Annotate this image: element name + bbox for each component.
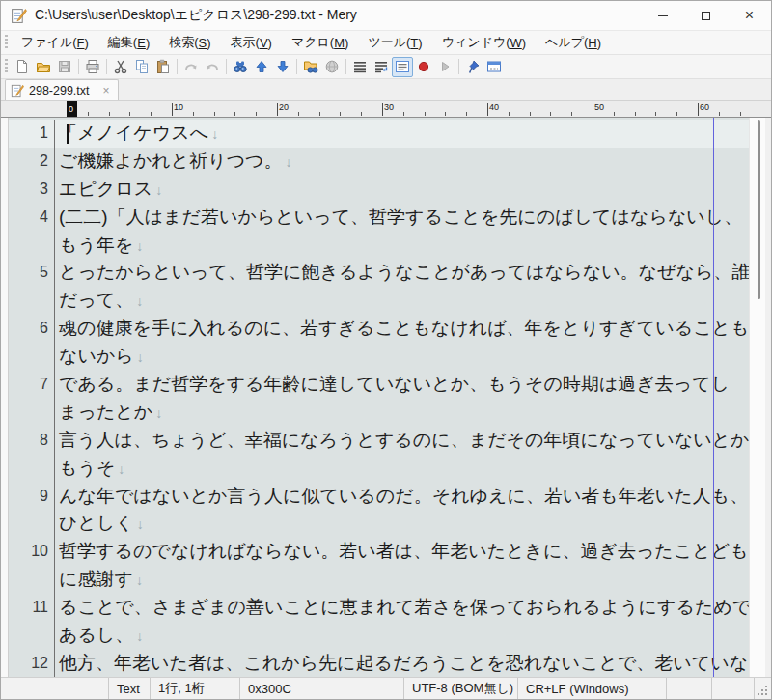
scrollbar-thumb[interactable] xyxy=(758,120,760,299)
toolbar-separator xyxy=(458,59,459,74)
status-line-ending: CR+LF (Windows) xyxy=(518,678,667,699)
menu-item[interactable]: ツール(T) xyxy=(358,31,431,54)
linebreak-mark: ↓ xyxy=(286,154,292,170)
selection-margin xyxy=(1,118,9,677)
print-button[interactable] xyxy=(82,57,103,77)
editor-row[interactable]: まったとか↓ xyxy=(1,399,749,427)
menu-item[interactable]: ウィンドウ(W) xyxy=(432,31,536,54)
line-text: 「メノイケウスへ xyxy=(59,123,208,143)
status-char-code: 0x300C xyxy=(240,678,404,699)
linebreak-mark: ↓ xyxy=(136,294,143,309)
tab-close-icon[interactable]: × xyxy=(103,85,110,97)
undo-icon xyxy=(183,59,199,74)
open-file-button[interactable] xyxy=(33,57,54,77)
editor-row[interactable]: 4 (二二)「人はまだ若いからといって、哲学することを先にのばしてはならないし、 xyxy=(1,204,749,232)
find-next-button[interactable] xyxy=(272,57,293,77)
menu-item[interactable]: マクロ(M) xyxy=(282,31,358,54)
resize-grip[interactable] xyxy=(755,678,771,699)
editor-row[interactable]: 11 ることで、さまざまの善いことに恵まれて若さを保っておられるようにするためで xyxy=(1,594,749,622)
editor-row[interactable]: 12 他方、年老いた者は、これから先に起るだろうことを恐れないことで、老いていな xyxy=(1,650,749,677)
editor-row[interactable]: 1 「メノイケウスへ↓ xyxy=(1,120,749,148)
editor-row[interactable]: もうそ↓ xyxy=(1,455,749,483)
editor-row[interactable]: 8 言う人は、ちょうど、幸福になろうとするのに、まだその年頃になっていないとか、 xyxy=(1,427,749,455)
menu-item[interactable]: 表示(V) xyxy=(221,31,282,54)
wrap-by-window-icon xyxy=(373,59,389,74)
line-number: 3 xyxy=(1,176,55,204)
editor-row[interactable]: 2 ご機嫌よかれと祈りつつ。↓ xyxy=(1,148,749,176)
copy-icon xyxy=(134,59,150,74)
line-number xyxy=(1,510,55,538)
print-icon xyxy=(85,59,100,74)
line-number: 2 xyxy=(1,148,55,176)
paste-button[interactable] xyxy=(152,57,174,77)
text-area[interactable]: 1 「メノイケウスへ↓ 2 ご機嫌よかれと祈りつつ。↓ 3 エピクロス↓ xyxy=(1,118,749,677)
menu-item[interactable]: 検索(S) xyxy=(159,31,220,54)
editor-row[interactable]: 10 哲学するのでなければならない。若い者は、年老いたときに、過ぎ去ったことども xyxy=(1,538,749,566)
line-number: 7 xyxy=(1,371,55,399)
cut-button[interactable] xyxy=(110,57,131,77)
menubar-gripper[interactable] xyxy=(5,35,8,50)
editor-row[interactable]: あるし、↓ xyxy=(1,622,749,650)
save-button[interactable] xyxy=(54,57,75,77)
wrap-by-window-button[interactable] xyxy=(371,57,392,77)
title-bar: C:\Users\user\Desktop\エピクロス\298-299.txt … xyxy=(1,1,771,30)
play-macro-button[interactable] xyxy=(434,57,455,77)
menu-item[interactable]: ヘルプ(H) xyxy=(536,31,611,54)
line-text: とったからといって、哲学に飽きるようなことがあってはならない。なぜなら、誰 xyxy=(59,262,749,282)
redo-button[interactable] xyxy=(202,57,223,77)
menu-item[interactable]: ファイル(F) xyxy=(12,31,98,54)
toolbar-separator xyxy=(226,59,227,74)
copy-button[interactable] xyxy=(131,57,152,77)
maximize-button[interactable] xyxy=(684,1,728,30)
line-number: 8 xyxy=(1,427,55,455)
ruler-track: 0102030405060 xyxy=(1,101,771,117)
find-in-files-button[interactable] xyxy=(300,57,321,77)
wrap-off-button[interactable] xyxy=(349,57,371,77)
editor-row[interactable]: 6 魂の健康を手に入れるのに、若すぎることもなければ、年をとりすぎていることも xyxy=(1,315,749,343)
line-text: に感謝す xyxy=(59,569,133,589)
undo-button[interactable] xyxy=(180,57,202,77)
editor-row[interactable]: 3 エピクロス↓ xyxy=(1,176,749,204)
line-number: 9 xyxy=(1,483,55,511)
editor-row[interactable]: 5 とったからといって、哲学に飽きるようなことがあってはならない。なぜなら、誰 xyxy=(1,259,749,287)
save-icon xyxy=(57,59,72,74)
find-previous-button[interactable] xyxy=(251,57,272,77)
text-caret xyxy=(67,124,69,144)
pushpin-icon xyxy=(465,59,481,74)
mery-window: C:\Users\user\Desktop\エピクロス\298-299.txt … xyxy=(0,0,772,700)
wrap-off-icon xyxy=(352,59,368,74)
status-cell-empty xyxy=(667,678,712,699)
editor-row[interactable]: 7 である。まだ哲学をする年齢に達していないとか、もうその時期は過ぎ去ってし xyxy=(1,371,749,399)
vertical-scrollbar[interactable] xyxy=(749,118,765,677)
arrow-down-icon xyxy=(275,59,290,74)
editor-row[interactable]: もう年を↓ xyxy=(1,232,749,260)
line-text: ることで、さまざまの善いことに恵まれて若さを保っておられるようにするためで xyxy=(59,597,749,617)
menu-item[interactable]: 編集(E) xyxy=(98,31,159,54)
record-macro-button[interactable] xyxy=(413,57,434,77)
editor-row[interactable]: だって、↓ xyxy=(1,287,749,315)
linebreak-mark: ↓ xyxy=(136,629,143,644)
close-button[interactable]: × xyxy=(728,1,771,30)
line-number: 4 xyxy=(1,204,55,232)
minimize-button[interactable] xyxy=(641,1,684,30)
line-text: 他方、年老いた者は、これから先に起るだろうことを恐れないことで、老いていな xyxy=(59,653,748,673)
window-options-button[interactable] xyxy=(483,57,505,77)
new-file-button[interactable] xyxy=(12,57,33,77)
toolbar xyxy=(1,55,771,79)
wrap-by-characters-button[interactable] xyxy=(392,57,413,77)
toolbar-gripper[interactable] xyxy=(5,59,8,74)
line-text: もうそ xyxy=(59,458,115,478)
line-text: 言う人は、ちょうど、幸福になろうとするのに、まだその年頃になっていないとか、 xyxy=(59,430,749,450)
tab-298-299[interactable]: 298-299.txt × xyxy=(5,79,119,100)
line-number xyxy=(1,622,55,650)
editor-row[interactable]: に感謝す↓ xyxy=(1,566,749,594)
editor-row[interactable]: ひとしく↓ xyxy=(1,510,749,538)
globe-button[interactable] xyxy=(321,57,343,77)
toolbar-separator xyxy=(296,59,297,74)
pin-button[interactable] xyxy=(462,57,483,77)
editor-row[interactable]: 9 んな年ではないとか言う人に似ているのだ。それゆえに、若い者も年老いた人も、 xyxy=(1,483,749,511)
editor-row[interactable]: ないから↓ xyxy=(1,343,749,371)
line-text: 魂の健康を手に入れるのに、若すぎることもなければ、年をとりすぎていることも xyxy=(59,318,749,338)
paste-icon xyxy=(155,59,171,74)
find-button[interactable] xyxy=(230,57,251,77)
